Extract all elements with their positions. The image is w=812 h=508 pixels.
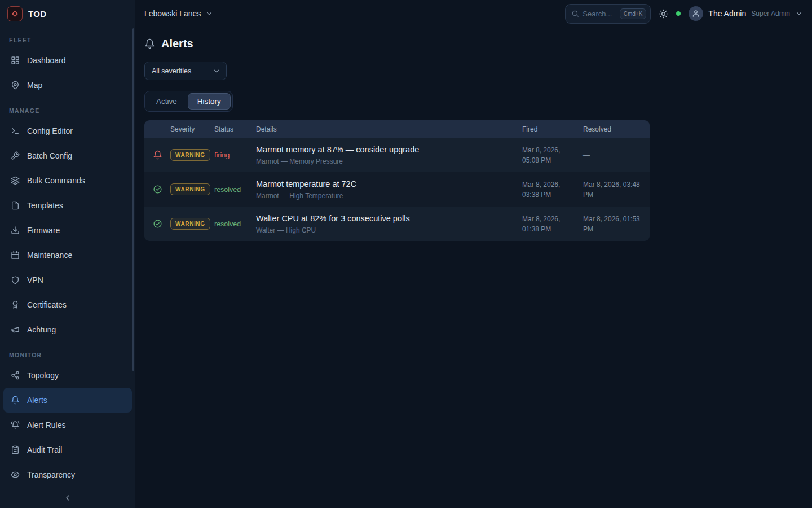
sidebar-item-bulk-commands[interactable]: Bulk Commands (3, 168, 132, 193)
sidebar-collapse-button[interactable] (0, 487, 135, 508)
wrench-icon (11, 151, 20, 160)
calendar-icon (11, 251, 20, 260)
severity-filter-select[interactable]: All severities (144, 62, 227, 80)
sidebar-item-vpn[interactable]: VPN (3, 268, 132, 292)
section-label-monitor: MONITOR (3, 342, 132, 363)
severity-cell: WARNING (170, 218, 214, 230)
column-header-severity: Severity (170, 125, 214, 133)
brand[interactable]: TOD (0, 0, 135, 27)
alert-title: Marmot temperature at 72C (256, 179, 522, 189)
search-icon (571, 10, 579, 17)
sidebar-item-label: Certificates (27, 300, 67, 309)
sidebar-item-audit-trail[interactable]: Audit Trail (3, 437, 132, 462)
file-icon (11, 201, 20, 210)
layers-icon (11, 176, 20, 185)
bell-ring-icon (11, 421, 20, 430)
sidebar-item-firmware[interactable]: Firmware (3, 218, 132, 243)
topbar-right: Cmd+K The Admin Super Admin (565, 4, 803, 24)
details-cell: Walter CPU at 82% for 3 consecutive poll… (256, 214, 522, 234)
severity-filter-value: All severities (152, 67, 191, 75)
sidebar-item-alert-rules[interactable]: Alert Rules (3, 413, 132, 437)
chevron-down-icon (205, 10, 213, 17)
sidebar-item-label: Templates (27, 201, 63, 210)
main-area: Lebowski Lanes Cmd+K The Admin Super Adm… (135, 0, 812, 508)
chevron-down-icon (795, 10, 803, 17)
column-header-status: Status (214, 125, 256, 133)
check-circle-icon (144, 219, 170, 229)
sidebar-item-transparency[interactable]: Transparency (3, 462, 132, 487)
severity-badge: WARNING (170, 149, 210, 161)
terminal-icon (11, 126, 20, 135)
sidebar-item-alerts[interactable]: Alerts (3, 388, 132, 413)
sidebar-item-label: Map (27, 81, 42, 90)
severity-cell: WARNING (170, 149, 214, 161)
eye-icon (11, 470, 20, 479)
sun-icon (659, 9, 668, 19)
shield-icon (11, 275, 20, 284)
table-row[interactable]: WARNING resolved Walter CPU at 82% for 3… (144, 207, 650, 241)
sidebar-item-map[interactable]: Map (3, 73, 132, 98)
table-row[interactable]: WARNING firing Marmot memory at 87% — co… (144, 138, 650, 172)
sidebar-item-label: Alert Rules (27, 421, 65, 430)
grid-icon (11, 56, 20, 65)
org-selector[interactable]: Lebowski Lanes (144, 9, 213, 18)
status-cell: firing (214, 151, 256, 159)
table-row[interactable]: WARNING resolved Marmot temperature at 7… (144, 172, 650, 207)
sidebar: TOD FLEET Dashboard Map MANAGE Config Ed… (0, 0, 135, 508)
alert-title: Marmot memory at 87% — consider upgrade (256, 145, 522, 154)
bell-alert-icon (144, 150, 170, 160)
severity-badge: WARNING (170, 183, 210, 195)
column-header-fired: Fired (522, 125, 583, 133)
sidebar-item-maintenance[interactable]: Maintenance (3, 243, 132, 268)
alert-subtitle: Walter — High CPU (256, 226, 522, 234)
user-name: The Admin (708, 9, 746, 18)
chevron-down-icon (213, 67, 220, 75)
sidebar-item-label: Firmware (27, 226, 60, 235)
tab-history[interactable]: History (188, 93, 231, 110)
award-icon (11, 300, 20, 309)
sidebar-scrollbar[interactable] (132, 28, 134, 371)
sidebar-item-label: Achtung (27, 325, 56, 334)
sidebar-item-label: VPN (27, 275, 43, 284)
bell-icon (11, 396, 20, 405)
search-shortcut-badge: Cmd+K (620, 8, 647, 19)
status-cell: resolved (214, 186, 256, 194)
sidebar-item-certificates[interactable]: Certificates (3, 292, 132, 317)
user-menu[interactable]: The Admin Super Admin (689, 6, 803, 21)
app-root: TOD FLEET Dashboard Map MANAGE Config Ed… (0, 0, 812, 508)
search-bar[interactable]: Cmd+K (565, 4, 651, 24)
sidebar-item-label: Transparency (27, 470, 75, 479)
resolved-cell: — (583, 150, 650, 160)
alerts-table: Severity Status Details Fired Resolved W… (144, 120, 650, 241)
avatar (689, 6, 703, 21)
sidebar-item-templates[interactable]: Templates (3, 193, 132, 218)
resolved-cell: Mar 8, 2026, 01:53 PM (583, 214, 650, 234)
tab-active[interactable]: Active (147, 93, 187, 110)
details-cell: Marmot temperature at 72C Marmot — High … (256, 179, 522, 200)
alert-subtitle: Marmot — High Temperature (256, 192, 522, 200)
sidebar-item-dashboard[interactable]: Dashboard (3, 48, 132, 73)
diamond-logo-icon (7, 6, 23, 21)
search-input[interactable] (582, 10, 616, 18)
column-header-details: Details (256, 125, 522, 133)
page-content: Alerts All severities Active History Sev… (135, 27, 812, 250)
fired-cell: Mar 8, 2026, 01:38 PM (522, 214, 583, 234)
sidebar-item-achtung[interactable]: Achtung (3, 317, 132, 342)
table-header-row: Severity Status Details Fired Resolved (144, 120, 650, 138)
sidebar-item-label: Audit Trail (27, 445, 62, 454)
sidebar-item-topology[interactable]: Topology (3, 363, 132, 388)
status-cell: resolved (214, 220, 256, 228)
megaphone-icon (11, 325, 20, 334)
sidebar-item-config-editor[interactable]: Config Editor (3, 119, 132, 143)
fired-cell: Mar 8, 2026, 05:08 PM (522, 145, 583, 165)
fired-cell: Mar 8, 2026, 03:38 PM (522, 179, 583, 200)
sidebar-item-label: Maintenance (27, 251, 72, 260)
check-circle-icon (144, 185, 170, 194)
sidebar-item-label: Alerts (27, 396, 47, 405)
chevron-left-icon (63, 493, 72, 502)
sidebar-item-label: Bulk Commands (27, 176, 85, 185)
sidebar-item-batch-config[interactable]: Batch Config (3, 143, 132, 168)
theme-toggle-button[interactable] (659, 9, 668, 19)
clipboard-icon (11, 445, 20, 454)
column-header-resolved: Resolved (583, 125, 650, 133)
